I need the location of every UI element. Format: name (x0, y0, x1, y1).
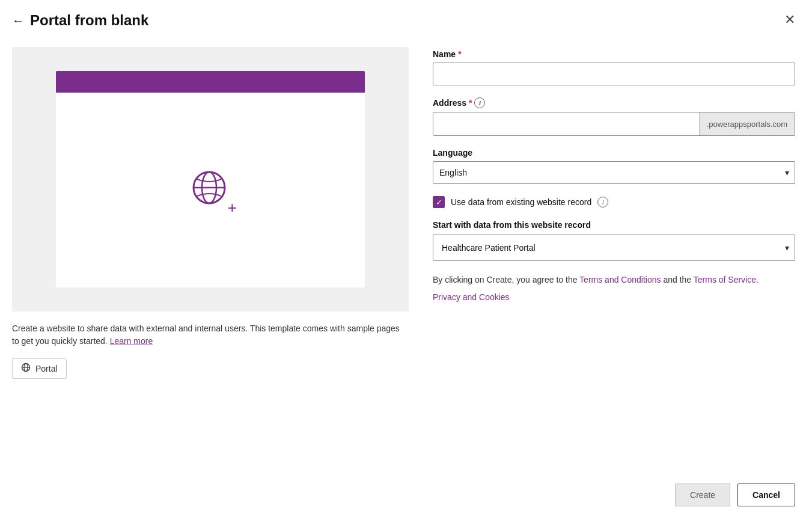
privacy-cookies-link[interactable]: Privacy and Cookies (433, 292, 795, 302)
create-button[interactable]: Create (675, 484, 730, 506)
address-info-icon: i (474, 97, 485, 108)
cancel-button[interactable]: Cancel (737, 484, 795, 506)
name-field-group: Name * (433, 49, 795, 85)
agreement-text: By clicking on Create, you agree to the … (433, 273, 795, 286)
preview-inner: + (56, 71, 365, 288)
address-field-group: Address * i .powerappsportals.com (433, 97, 795, 136)
address-input-group: .powerappsportals.com (433, 112, 795, 136)
language-select[interactable]: English French German Spanish (433, 161, 795, 184)
language-label: Language (433, 148, 795, 158)
globe-plus-icon: + (189, 167, 232, 213)
portal-badge: Portal (12, 358, 67, 379)
globe-icon (189, 167, 232, 210)
close-button[interactable]: ✕ (784, 12, 795, 28)
name-label: Name * (433, 49, 795, 59)
preview-content: + (56, 93, 365, 288)
check-icon: ✓ (436, 198, 442, 207)
language-field-group: Language English French German Spanish ▾ (433, 148, 795, 184)
preview-bar (56, 71, 365, 93)
terms-service-link[interactable]: Terms of Service. (694, 275, 759, 284)
checkbox-info-icon: i (597, 197, 608, 207)
language-select-wrapper: English French German Spanish ▾ (433, 161, 795, 184)
name-input[interactable] (433, 63, 795, 85)
dialog-title: Portal from blank (30, 12, 148, 29)
dialog-body: + Create a website to share data with ex… (0, 35, 812, 474)
agreement-group: By clicking on Create, you agree to the … (433, 273, 795, 302)
address-suffix: .powerappsportals.com (699, 112, 795, 135)
address-label: Address * i (433, 97, 795, 108)
use-existing-record-checkbox[interactable]: ✓ (433, 196, 445, 208)
terms-conditions-link[interactable]: Terms and Conditions (579, 275, 661, 284)
description-text: Create a website to share data with exte… (12, 322, 409, 348)
template-preview: + (12, 47, 409, 312)
website-record-label: Start with data from this website record (433, 220, 795, 230)
checkbox-label: Use data from existing website record (451, 197, 591, 207)
learn-more-link[interactable]: Learn more (110, 336, 153, 346)
portal-badge-globe-icon (21, 363, 31, 375)
address-required-star: * (469, 98, 472, 108)
dialog-footer: Create Cancel (0, 474, 812, 516)
plus-icon: + (228, 200, 237, 215)
website-record-dropdown: Healthcare Patient Portal ▾ (433, 235, 795, 261)
portal-from-blank-dialog: ← Portal from blank ✕ (0, 0, 812, 516)
right-panel: Name * Address * i .powerappsportals.com (433, 47, 795, 462)
checkbox-row[interactable]: ✓ Use data from existing website record … (433, 196, 795, 208)
portal-badge-label: Portal (35, 364, 58, 373)
website-record-select[interactable]: Healthcare Patient Portal (433, 235, 795, 261)
dialog-header: ← Portal from blank ✕ (0, 0, 812, 35)
website-record-field-group: Start with data from this website record… (433, 220, 795, 261)
address-input[interactable] (433, 112, 699, 135)
left-panel: + Create a website to share data with ex… (12, 47, 409, 462)
back-button[interactable]: ← (12, 14, 24, 28)
name-required-star: * (458, 49, 461, 59)
